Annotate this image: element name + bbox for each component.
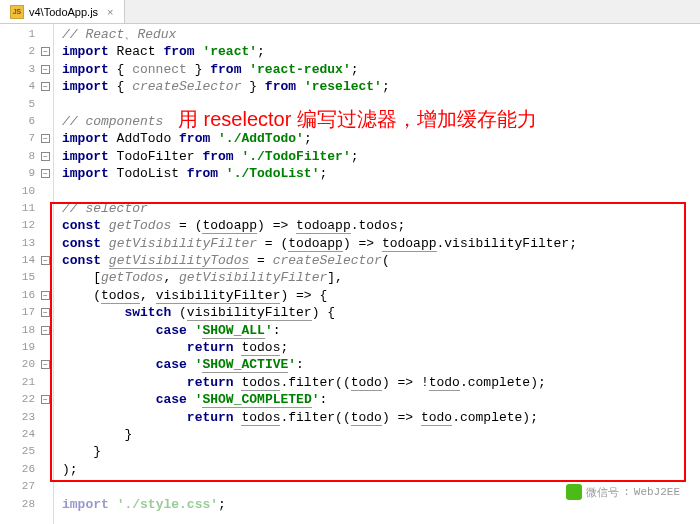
code-line[interactable]: // React、Redux xyxy=(62,26,700,43)
line-number: 15 xyxy=(0,269,53,286)
line-number: 13 xyxy=(0,235,53,252)
code-line[interactable]: import TodoFilter from './TodoFilter'; xyxy=(62,148,700,165)
tab-filename: v4\TodoApp.js xyxy=(29,6,98,18)
line-number: 14− xyxy=(0,252,53,269)
line-number: 25 xyxy=(0,443,53,460)
line-number: 21 xyxy=(0,374,53,391)
line-number: 28 xyxy=(0,496,53,513)
fold-icon[interactable]: − xyxy=(41,134,50,143)
code-line[interactable]: import TodoList from './TodoList'; xyxy=(62,165,700,182)
fold-icon[interactable]: − xyxy=(41,395,50,404)
code-line[interactable]: import { createSelector } from 'reselect… xyxy=(62,78,700,95)
code-line[interactable]: const getTodos = (todoapp) => todoapp.to… xyxy=(62,217,700,234)
line-number: 11 xyxy=(0,200,53,217)
file-tab[interactable]: JS v4\TodoApp.js × xyxy=(0,0,125,23)
fold-icon[interactable]: − xyxy=(41,308,50,317)
wechat-icon xyxy=(566,484,582,500)
fold-icon[interactable]: − xyxy=(41,65,50,74)
line-number: 12 xyxy=(0,217,53,234)
line-number-gutter: 12−3−4−567−8−9−1011121314−1516−17−18−192… xyxy=(0,24,54,524)
code-line[interactable]: const getVisibilityTodos = createSelecto… xyxy=(62,252,700,269)
line-number: 18− xyxy=(0,322,53,339)
code-line[interactable]: import { connect } from 'react-redux'; xyxy=(62,61,700,78)
code-line[interactable]: case 'SHOW_ACTIVE': xyxy=(62,356,700,373)
code-line[interactable]: [getTodos, getVisibilityFilter], xyxy=(62,269,700,286)
code-line[interactable]: const getVisibilityFilter = (todoapp) =>… xyxy=(62,235,700,252)
code-line[interactable]: return todos.filter((todo) => !todo.comp… xyxy=(62,374,700,391)
code-line[interactable]: (todos, visibilityFilter) => { xyxy=(62,287,700,304)
line-number: 22− xyxy=(0,391,53,408)
line-number: 27 xyxy=(0,478,53,495)
code-line[interactable]: } xyxy=(62,426,700,443)
line-number: 10 xyxy=(0,183,53,200)
code-area[interactable]: 用 reselector 编写过滤器，增加缓存能力 // React、Redux… xyxy=(54,24,700,524)
line-number: 23 xyxy=(0,409,53,426)
line-number: 17− xyxy=(0,304,53,321)
line-number: 24 xyxy=(0,426,53,443)
watermark: 微信号: WebJ2EE xyxy=(566,484,680,500)
code-line[interactable] xyxy=(62,183,700,200)
code-line[interactable]: ); xyxy=(62,461,700,478)
fold-icon[interactable]: − xyxy=(41,256,50,265)
js-file-icon: JS xyxy=(10,5,24,19)
fold-icon[interactable]: − xyxy=(41,82,50,91)
line-number: 2− xyxy=(0,43,53,60)
watermark-label: 微信号 xyxy=(586,485,619,500)
fold-icon[interactable]: − xyxy=(41,47,50,56)
line-number: 3− xyxy=(0,61,53,78)
line-number: 9− xyxy=(0,165,53,182)
line-number: 1 xyxy=(0,26,53,43)
line-number: 7− xyxy=(0,130,53,147)
fold-icon[interactable]: − xyxy=(41,360,50,369)
code-line[interactable]: return todos; xyxy=(62,339,700,356)
line-number: 19 xyxy=(0,339,53,356)
fold-icon[interactable]: − xyxy=(41,169,50,178)
code-editor[interactable]: 12−3−4−567−8−9−1011121314−1516−17−18−192… xyxy=(0,24,700,524)
code-line[interactable]: return todos.filter((todo) => todo.compl… xyxy=(62,409,700,426)
code-line[interactable]: switch (visibilityFilter) { xyxy=(62,304,700,321)
watermark-value: WebJ2EE xyxy=(634,486,680,498)
code-line[interactable]: } xyxy=(62,443,700,460)
annotation-text: 用 reselector 编写过滤器，增加缓存能力 xyxy=(178,106,537,133)
line-number: 5 xyxy=(0,96,53,113)
line-number: 26 xyxy=(0,461,53,478)
fold-icon[interactable]: − xyxy=(41,326,50,335)
line-number: 16− xyxy=(0,287,53,304)
fold-icon[interactable]: − xyxy=(41,291,50,300)
line-number: 8− xyxy=(0,148,53,165)
tab-bar: JS v4\TodoApp.js × xyxy=(0,0,700,24)
code-line[interactable]: // selector xyxy=(62,200,700,217)
code-line[interactable]: import React from 'react'; xyxy=(62,43,700,60)
line-number: 4− xyxy=(0,78,53,95)
code-line[interactable]: case 'SHOW_COMPLETED': xyxy=(62,391,700,408)
fold-icon[interactable]: − xyxy=(41,152,50,161)
close-icon[interactable]: × xyxy=(107,6,113,18)
line-number: 6 xyxy=(0,113,53,130)
code-line[interactable]: case 'SHOW_ALL': xyxy=(62,322,700,339)
line-number: 20− xyxy=(0,356,53,373)
